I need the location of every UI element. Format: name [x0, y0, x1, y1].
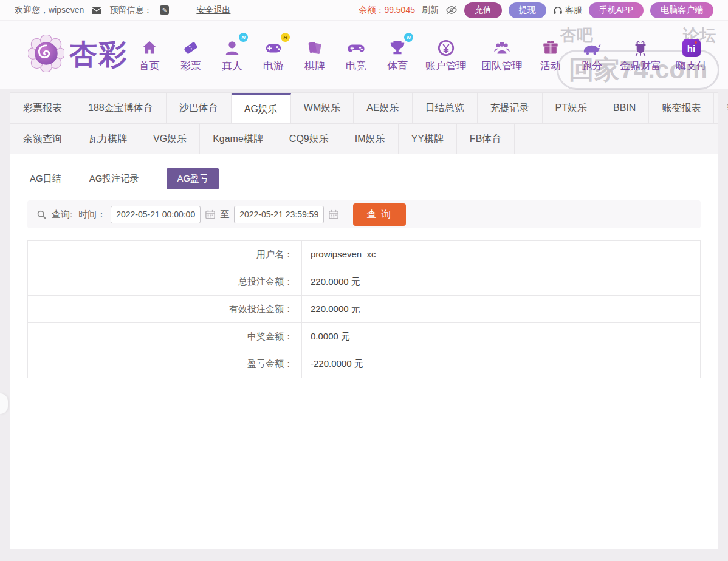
row-label: 中奖金额：	[28, 323, 302, 350]
flower-logo-icon	[28, 35, 64, 74]
esports-gamepad-icon	[346, 36, 366, 57]
account-coin-icon	[437, 36, 455, 57]
paofen-rhino-icon	[582, 36, 602, 57]
topbar: 欢迎您，wipseven 预留信息： ✎ 安全退出 余额：99.5045 刷新 …	[0, 0, 728, 21]
nav-item-boardgames[interactable]: 棋牌	[301, 36, 328, 73]
slots-gamepad-icon: H	[264, 36, 283, 57]
tab-item[interactable]: 188金宝博体育	[75, 93, 167, 123]
logout-link[interactable]: 安全退出	[196, 5, 230, 16]
tab-item[interactable]: 账变报表	[649, 93, 714, 123]
activity-gift-icon	[541, 36, 560, 57]
cards-icon	[306, 36, 324, 57]
tab-item[interactable]: CQ9娱乐	[276, 124, 342, 154]
reserved-info-label: 预留信息：	[109, 5, 152, 16]
table-row: 盈亏金额： -220.0000 元	[28, 350, 700, 378]
time-label: 时间：	[78, 209, 106, 220]
tab-item[interactable]: BBIN	[600, 93, 649, 123]
datetime-from-input[interactable]	[111, 206, 201, 223]
customer-service-link[interactable]: 客服	[553, 5, 582, 16]
nav-item-activity[interactable]: 活动	[537, 36, 564, 73]
datetime-to-input[interactable]	[234, 206, 324, 223]
welcome-text: 欢迎您，wipseven	[15, 5, 84, 16]
nav-item-jinding[interactable]: 金鼎财富	[620, 36, 661, 73]
hipay-app-icon: hi	[682, 36, 701, 57]
tab-item[interactable]: WM娱乐	[291, 93, 354, 123]
tab-item[interactable]: PT娱乐	[543, 93, 600, 123]
query-submit-button[interactable]: 查 询	[353, 203, 405, 226]
report-content: AG日结AG投注记录AG盈亏 查询: 时间： 至 查 询 用户名： p	[10, 154, 718, 549]
table-row: 用户名： prowipseven_xc	[28, 241, 700, 268]
nav-item-team[interactable]: 团队管理	[481, 36, 523, 73]
tab-row-2: 余额查询瓦力棋牌VG娱乐Kgame棋牌CQ9娱乐IM娱乐YY棋牌FB体育	[10, 123, 718, 154]
calendar-icon[interactable]	[205, 209, 215, 219]
tab-item[interactable]: IM娱乐	[342, 124, 399, 154]
notification-dot	[695, 41, 697, 44]
tab-item[interactable]: 瓦力棋牌	[75, 124, 140, 154]
table-row: 有效投注金额： 220.0000 元	[28, 296, 700, 323]
tab-item[interactable]: 转账报表	[714, 93, 728, 123]
nav-item-home[interactable]: 首页	[136, 36, 163, 73]
calendar-icon[interactable]	[329, 209, 338, 219]
side-panel-handle[interactable]	[0, 393, 8, 414]
row-value: -220.0000 元	[302, 350, 363, 378]
tab-item[interactable]: YY棋牌	[399, 124, 457, 154]
query-bar: 查询: 时间： 至 查 询	[27, 200, 701, 228]
pc-client-button[interactable]: 电脑客户端	[650, 2, 713, 18]
site-header: 杏吧论坛 回家74.com 杏彩 首页	[0, 21, 728, 89]
tab-item[interactable]: 彩票报表	[10, 93, 75, 123]
tab-item[interactable]: 日结总览	[413, 93, 478, 123]
tab-row-1: 彩票报表188金宝博体育沙巴体育AG娱乐WM娱乐AE娱乐日结总览充提记录PT娱乐…	[10, 92, 718, 123]
mobile-app-button[interactable]: 手机APP	[589, 2, 644, 18]
row-label: 用户名：	[28, 241, 302, 268]
main-nav: 首页 彩票 N 真人 H 电游 棋牌	[136, 36, 707, 73]
tab-item[interactable]: VG娱乐	[140, 124, 200, 154]
subtab-item[interactable]: AG日结	[30, 168, 61, 189]
nav-item-sports[interactable]: N 体育	[384, 36, 411, 73]
report-card: 彩票报表188金宝博体育沙巴体育AG娱乐WM娱乐AE娱乐日结总览充提记录PT娱乐…	[10, 92, 718, 549]
tab-item[interactable]: Kgame棋牌	[200, 124, 276, 154]
jinding-tripod-icon	[631, 36, 650, 57]
row-value: 0.0000 元	[302, 323, 350, 350]
subtab-item[interactable]: AG投注记录	[89, 168, 139, 189]
mail-icon[interactable]	[92, 7, 101, 14]
result-table: 用户名： prowipseven_xc 总投注金额： 220.0000 元 有效…	[27, 240, 701, 378]
refresh-link[interactable]: 刷新	[422, 5, 439, 16]
sub-tabs: AG日结AG投注记录AG盈亏	[30, 168, 701, 189]
new-badge: N	[239, 33, 248, 42]
row-value: 220.0000 元	[302, 296, 360, 322]
team-people-icon	[492, 36, 512, 57]
nav-item-hipay[interactable]: hi 嗨支付	[676, 36, 707, 73]
deposit-button[interactable]: 充值	[464, 2, 502, 18]
edit-icon[interactable]: ✎	[160, 5, 169, 15]
site-logo[interactable]: 杏彩	[28, 35, 128, 74]
tab-item[interactable]: AG娱乐	[232, 93, 291, 123]
to-label: 至	[220, 209, 229, 220]
nav-item-account[interactable]: 账户管理	[425, 36, 467, 73]
tab-item[interactable]: 充提记录	[478, 93, 543, 123]
headphones-icon	[553, 5, 563, 15]
balance-value: 99.5045	[384, 5, 415, 15]
subtab-item[interactable]: AG盈亏	[167, 168, 219, 189]
tab-item[interactable]: 沙巴体育	[167, 93, 232, 123]
tab-item[interactable]: 余额查询	[10, 124, 75, 154]
sports-trophy-icon: N	[388, 36, 407, 57]
search-icon	[36, 209, 47, 220]
lottery-ticket-icon	[182, 36, 200, 57]
tab-item[interactable]: AE娱乐	[354, 93, 412, 123]
row-label: 有效投注金额：	[28, 296, 302, 322]
row-value: prowipseven_xc	[302, 241, 376, 268]
nav-item-paofen[interactable]: 跑分	[579, 36, 605, 73]
new-badge: N	[404, 33, 413, 42]
home-icon	[140, 36, 159, 57]
nav-item-live[interactable]: N 真人	[219, 36, 246, 73]
nav-item-slots[interactable]: H 电游	[260, 36, 287, 73]
tab-item[interactable]: FB体育	[457, 124, 515, 154]
nav-item-esports[interactable]: 电竞	[343, 36, 369, 73]
balance-text: 余额：99.5045	[359, 5, 415, 16]
row-label: 总投注金额：	[28, 268, 302, 295]
table-row: 中奖金额： 0.0000 元	[28, 323, 700, 350]
hot-badge: H	[281, 33, 290, 42]
withdraw-button[interactable]: 提现	[509, 2, 546, 18]
eye-off-icon[interactable]	[445, 5, 458, 15]
nav-item-lottery[interactable]: 彩票	[177, 36, 204, 73]
